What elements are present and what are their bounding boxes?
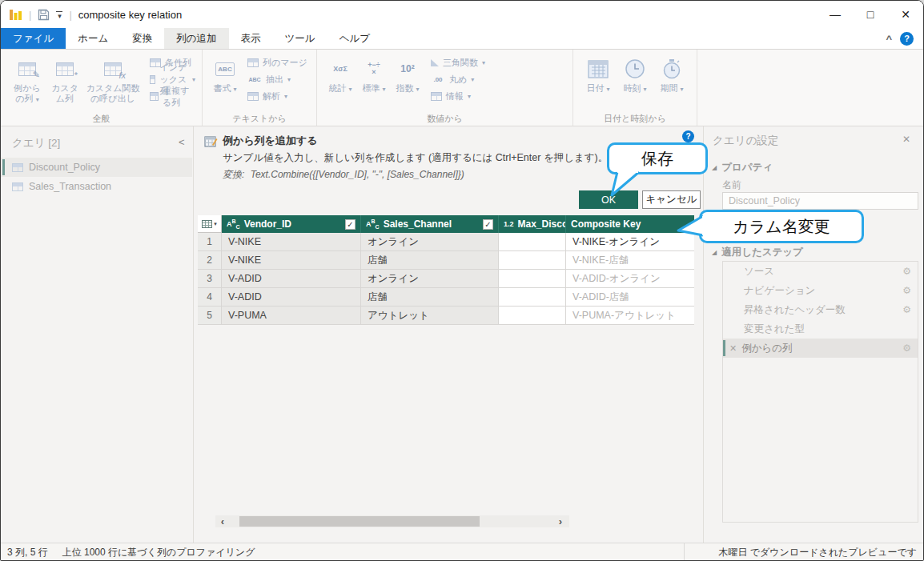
right-pane-divider[interactable] (703, 126, 704, 543)
row-number[interactable]: 1 (198, 233, 222, 251)
collapse-queries-pane-icon[interactable]: < (179, 136, 185, 148)
query-item-discount-policy[interactable]: Discount_Policy (1, 158, 192, 177)
cell-composite-preview[interactable]: V-ADID-オンライン (566, 270, 694, 288)
cell-channel[interactable]: 店舗 (361, 288, 499, 307)
duplicate-column-button[interactable]: 重複する列 (150, 88, 195, 105)
cell-composite-example-input[interactable]: V-NIKE-オンライン (566, 233, 694, 251)
table-icon (12, 182, 23, 191)
trigonometry-button[interactable]: 三角関数 ▾ (431, 54, 485, 71)
merge-columns-button[interactable]: 列のマージ (247, 54, 307, 71)
column-header-max-discount[interactable]: 1.2 Max_Discount (499, 215, 566, 233)
scientific-button[interactable]: 10² 指数 ▾ (391, 53, 424, 96)
information-button[interactable]: 情報 ▾ (431, 88, 485, 105)
tab-help[interactable]: ヘルプ (327, 28, 382, 49)
cell-vendor[interactable]: V-ADID (222, 288, 361, 307)
ribbon-group-general: ✎ 例からの列 ▾ * カスタム列 fx カスタム関数の呼び出し 条件列 (1, 50, 203, 126)
status-bar-divider (684, 543, 685, 561)
gear-icon[interactable]: ⚙ (902, 343, 911, 354)
invoke-custom-function-button[interactable]: fx カスタム関数の呼び出し (82, 53, 143, 106)
statistics-button[interactable]: ΧσΣ 統計 ▾ (323, 53, 357, 96)
duration-button[interactable]: 期間 ▾ (653, 53, 690, 96)
cell-composite-preview[interactable]: V-PUMA-アウトレット (566, 307, 694, 325)
cell-composite-preview[interactable]: V-NIKE-店舗 (566, 251, 694, 270)
delete-step-icon[interactable]: ✕ (729, 343, 737, 354)
column-checkbox[interactable]: ✓ (483, 219, 493, 230)
cell-discount[interactable] (499, 307, 566, 325)
settings-close-icon[interactable]: ✕ (902, 134, 910, 145)
gear-icon[interactable]: ⚙ (902, 266, 911, 277)
tab-add-column[interactable]: 列の追加 (164, 28, 228, 49)
save-icon[interactable] (38, 9, 50, 21)
collapse-ribbon-icon[interactable]: ^ (886, 33, 892, 45)
chevron-down-icon: ▾ (482, 59, 485, 66)
status-profiling[interactable]: 上位 1000 行に基づく列のプロファイリング (62, 546, 255, 559)
gear-icon[interactable]: ⚙ (902, 285, 911, 296)
scroll-right-icon[interactable]: › (553, 515, 568, 527)
scrollbar-thumb[interactable] (239, 516, 480, 527)
cell-composite-preview[interactable]: V-ADID-店舗 (566, 288, 694, 307)
step-navigation[interactable]: ナビゲーション ⚙ (723, 281, 918, 300)
column-from-examples-button[interactable]: ✎ 例からの列 ▾ (7, 53, 47, 106)
table-row: 4 V-ADID 店舗 V-ADID-店舗 (198, 288, 694, 307)
information-icon (431, 92, 442, 101)
chevron-down-icon: ▾ (468, 93, 471, 100)
horizontal-scrollbar[interactable]: ‹ › (215, 515, 569, 527)
scroll-left-icon[interactable]: ‹ (215, 515, 230, 527)
row-number[interactable]: 3 (198, 270, 222, 288)
step-source[interactable]: ソース ⚙ (723, 262, 918, 281)
cell-discount[interactable] (499, 233, 566, 251)
tab-tools[interactable]: ツール (273, 28, 327, 49)
cell-vendor[interactable]: V-ADID (222, 270, 361, 288)
table-select-all-button[interactable]: ▾ (198, 215, 222, 233)
cancel-button[interactable]: キャンセル (642, 190, 701, 209)
tab-file[interactable]: ファイル (1, 28, 66, 49)
rounding-button[interactable]: .00 丸め ▾ (431, 71, 485, 88)
quick-access-customize-icon[interactable]: ▾ (56, 11, 62, 18)
help-icon[interactable]: ? (900, 32, 914, 46)
tab-home[interactable]: ホーム (66, 28, 120, 49)
date-button[interactable]: 日付 ▾ (580, 53, 617, 96)
query-item-sales-transaction[interactable]: Sales_Transaction (1, 177, 192, 196)
cell-channel[interactable]: オンライン (361, 270, 499, 288)
cell-channel[interactable]: 店舗 (361, 251, 499, 270)
column-checkbox[interactable]: ✓ (345, 219, 356, 230)
query-name-input[interactable] (722, 192, 918, 210)
maximize-button[interactable]: □ (853, 1, 888, 28)
applied-steps-section-header[interactable]: ◢ 適用したステップ (712, 246, 803, 259)
callout-rename-column: カラム名変更 (699, 210, 864, 243)
cell-discount[interactable] (499, 288, 566, 307)
chevron-down-icon: ▾ (349, 86, 352, 93)
tab-view[interactable]: 表示 (229, 28, 273, 49)
titlebar-separator: | (29, 9, 31, 21)
cell-vendor[interactable]: V-NIKE (222, 251, 361, 270)
chevron-down-icon: ▾ (287, 76, 291, 83)
extract-button[interactable]: ABC 抽出 ▾ (247, 71, 307, 88)
cell-vendor[interactable]: V-NIKE (222, 233, 361, 251)
column-header-sales-channel[interactable]: ABC Sales_Channel ✓ (361, 215, 499, 233)
column-header-composite-key[interactable]: Composite Key (566, 215, 694, 233)
column-header-vendor-id[interactable]: ABC Vendor_ID ✓ (222, 215, 361, 233)
step-changed-type[interactable]: 変更された型 (723, 319, 918, 339)
left-pane-divider[interactable] (193, 126, 194, 543)
properties-section-header[interactable]: ◢ プロパティ (712, 161, 773, 174)
time-button[interactable]: 時刻 ▾ (617, 53, 653, 96)
row-number[interactable]: 4 (198, 288, 222, 307)
cell-discount[interactable] (499, 251, 566, 270)
minimize-button[interactable]: — (818, 1, 853, 28)
format-button[interactable]: ABC 書式 ▾ (209, 53, 241, 96)
close-button[interactable]: ✕ (888, 1, 923, 28)
tab-transform[interactable]: 変換 (120, 28, 164, 49)
row-number[interactable]: 2 (198, 251, 222, 270)
gear-icon[interactable]: ⚙ (902, 304, 911, 315)
cell-vendor[interactable]: V-PUMA (222, 307, 361, 325)
step-column-from-examples[interactable]: ✕ 例からの列 ⚙ (723, 339, 918, 358)
custom-column-button[interactable]: * カスタム列 (47, 53, 82, 106)
parse-button[interactable]: 解析 ▾ (247, 88, 307, 105)
cell-discount[interactable] (499, 270, 566, 288)
panel-help-icon[interactable]: ? (682, 130, 694, 142)
step-promoted-headers[interactable]: 昇格されたヘッダー数 ⚙ (723, 300, 918, 319)
row-number[interactable]: 5 (198, 307, 222, 325)
cell-channel[interactable]: アウトレット (361, 307, 499, 325)
cell-channel[interactable]: オンライン (361, 233, 499, 251)
standard-button[interactable]: +−÷× 標準 ▾ (357, 53, 391, 96)
